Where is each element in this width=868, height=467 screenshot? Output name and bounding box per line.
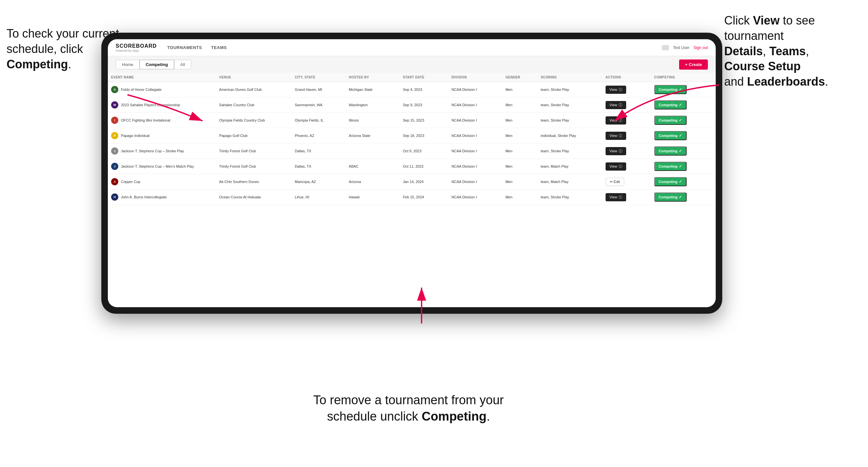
hosted-cell: Hawaii — [345, 190, 399, 205]
event-name-cell: A Copper Cup — [108, 174, 216, 190]
scoring-cell: team, Stroke Play — [537, 97, 602, 113]
view-button[interactable]: View ⓘ — [606, 132, 626, 140]
col-header-event: EVENT NAME — [108, 73, 216, 82]
team-logo: I — [111, 117, 118, 124]
date-cell: Sep 9, 2023 — [400, 97, 448, 113]
tab-competing[interactable]: Competing — [140, 60, 174, 69]
actions-cell: View ⓘ — [602, 159, 651, 174]
date-cell: Sep 18, 2023 — [400, 128, 448, 144]
event-name: John A. Burns Intercollegiate — [121, 195, 167, 199]
actions-cell: View ⓘ — [602, 190, 651, 205]
hosted-cell: Michigan State — [345, 82, 399, 97]
team-logo: G — [111, 86, 118, 93]
checkmark-icon: ✓ — [679, 133, 682, 138]
view-button[interactable]: View ⓘ — [606, 162, 626, 170]
date-cell: Oct 11, 2023 — [400, 159, 448, 174]
view-button[interactable]: View ⓘ — [606, 101, 626, 109]
checkmark-icon: ✓ — [679, 195, 682, 199]
event-name: Jackson T. Stephens Cup – Stroke Play — [121, 149, 184, 153]
col-header-date: START DATE — [400, 73, 448, 82]
competing-button[interactable]: Competing ✓ — [654, 131, 687, 140]
venue-cell: Trinity Forest Golf Club — [216, 159, 291, 174]
info-icon: ⓘ — [619, 118, 622, 123]
competing-button[interactable]: Competing ✓ — [654, 85, 687, 94]
scoring-cell: team, Stroke Play — [537, 82, 602, 97]
event-name: OFCC Fighting Illini Invitational — [121, 118, 170, 122]
table-row: A Copper Cup Ak-Chin Southern DunesMaric… — [108, 174, 716, 190]
competing-button[interactable]: Competing ✓ — [654, 162, 687, 171]
city-cell: Dallas, TX — [291, 159, 345, 174]
event-name-cell: W 2023 Sahalee Players Championship — [108, 97, 216, 113]
competing-button[interactable]: Competing ✓ — [654, 192, 687, 201]
division-cell: NCAA Division I — [448, 190, 502, 205]
competing-cell: Competing ✓ — [651, 174, 716, 190]
user-icon — [662, 45, 669, 50]
table-row: H John A. Burns Intercollegiate Ocean Co… — [108, 190, 716, 205]
gender-cell: Men — [502, 82, 537, 97]
create-button[interactable]: + Create — [679, 60, 708, 70]
competing-button[interactable]: Competing ✓ — [654, 177, 687, 186]
info-icon: ⓘ — [619, 103, 622, 107]
competing-button[interactable]: Competing ✓ — [654, 116, 687, 125]
city-cell: Maricopa, AZ — [291, 174, 345, 190]
event-name-cell: J Jackson T. Stephens Cup – Stroke Play — [108, 144, 216, 159]
gender-cell: Men — [502, 190, 537, 205]
edit-button[interactable]: ✏ Edit — [606, 178, 624, 186]
gender-cell: Men — [502, 128, 537, 144]
nav-teams[interactable]: TEAMS — [211, 45, 227, 50]
col-header-venue: VENUE — [216, 73, 291, 82]
event-name-cell: H John A. Burns Intercollegiate — [108, 190, 216, 205]
date-cell: Sep 4, 2023 — [400, 82, 448, 97]
city-cell: Olympia Fields, IL — [291, 113, 345, 128]
gender-cell: Men — [502, 159, 537, 174]
event-name: Papago Individual — [121, 134, 149, 137]
nav-tournaments[interactable]: TOURNAMENTS — [167, 45, 202, 50]
gender-cell: Men — [502, 144, 537, 159]
competing-cell: Competing ✓ — [651, 144, 716, 159]
date-cell: Sep 15, 2023 — [400, 113, 448, 128]
table-row: J Jackson T. Stephens Cup – Men's Match … — [108, 159, 716, 174]
tablet-frame: SCOREBOARD Powered by clippi TOURNAMENTS… — [101, 33, 722, 314]
checkmark-icon: ✓ — [679, 103, 682, 107]
hosted-cell: Arizona State — [345, 128, 399, 144]
team-logo: W — [111, 101, 118, 108]
competing-cell: Competing ✓ — [651, 113, 716, 128]
team-logo: J — [111, 163, 118, 170]
col-header-gender: GENDER — [502, 73, 537, 82]
table-row: J Jackson T. Stephens Cup – Stroke Play … — [108, 144, 716, 159]
city-cell: Grand Haven, MI — [291, 82, 345, 97]
division-cell: NCAA Division I — [448, 97, 502, 113]
table-row: W 2023 Sahalee Players Championship Saha… — [108, 97, 716, 113]
gender-cell: Men — [502, 174, 537, 190]
info-icon: ⓘ — [619, 164, 622, 169]
competing-cell: Competing ✓ — [651, 190, 716, 205]
actions-cell: View ⓘ — [602, 113, 651, 128]
filter-bar: Home Competing All + Create — [108, 56, 716, 73]
event-name: Copper Cup — [121, 180, 140, 184]
tab-all[interactable]: All — [174, 60, 191, 69]
signout-link[interactable]: Sign out — [693, 45, 708, 50]
table-row: P Papago Individual Papago Golf ClubPhoe… — [108, 128, 716, 144]
hosted-cell — [345, 144, 399, 159]
team-logo: P — [111, 132, 118, 139]
competing-button[interactable]: Competing ✓ — [654, 100, 687, 110]
info-icon: ⓘ — [619, 133, 622, 138]
view-button[interactable]: View ⓘ — [606, 193, 626, 201]
actions-cell: View ⓘ — [602, 144, 651, 159]
view-button[interactable]: View ⓘ — [606, 116, 626, 125]
hosted-cell: ABAC — [345, 159, 399, 174]
team-logo: H — [111, 193, 118, 201]
event-name: Folds of Honor Collegiate — [121, 88, 161, 92]
hosted-cell: Washington — [345, 97, 399, 113]
nav-items: TOURNAMENTS TEAMS — [167, 45, 662, 50]
app-header: SCOREBOARD Powered by clippi TOURNAMENTS… — [108, 39, 716, 56]
col-header-hosted: HOSTED BY — [345, 73, 399, 82]
view-button[interactable]: View ⓘ — [606, 86, 626, 94]
hosted-cell: Arizona — [345, 174, 399, 190]
checkmark-icon: ✓ — [679, 118, 682, 123]
division-cell: NCAA Division I — [448, 159, 502, 174]
competing-button[interactable]: Competing ✓ — [654, 147, 687, 156]
col-header-scoring: SCORING — [537, 73, 602, 82]
checkmark-icon: ✓ — [679, 164, 682, 168]
view-button[interactable]: View ⓘ — [606, 147, 626, 155]
